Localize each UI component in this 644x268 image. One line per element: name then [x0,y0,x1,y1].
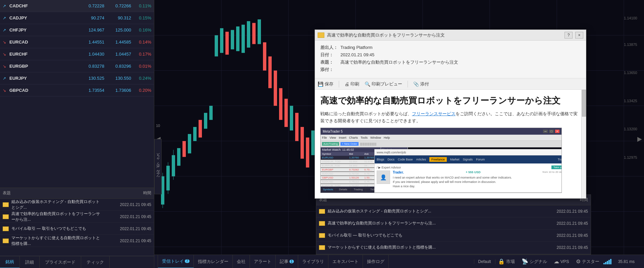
direction-arrow: ↘ [3,88,8,93]
mt5-minimize[interactable]: ─ [543,130,548,133]
direction-arrow: ↘ [3,52,8,57]
market-row[interactable]: ↗ CADCHF 0.72228 0.72266 0.11% [0,0,154,12]
take-part-btn[interactable]: Take part [551,165,562,169]
menu-charts[interactable]: Charts [349,136,358,139]
svg-rect-36 [258,19,261,44]
notif-chart-row[interactable]: モバイル取引 — 取引をいつでもどこでも 2022.01.21 09:45 [316,229,591,242]
mql5-market[interactable]: Market [450,158,460,161]
price-change: 0.01% [131,64,151,69]
status-tab-指標カレンダー[interactable]: 指標カレンダー [194,255,233,268]
email-scrollbar[interactable] [581,90,586,198]
new-order-btn[interactable]: + New Order [340,142,359,146]
inbox-row[interactable]: 高速で効率的な自動売買ロボットをフリーランサーから注... 2022.01.21… [0,211,154,223]
market-row[interactable]: ↗ CHFJPY 124.967 125.000 0.16% [0,24,154,36]
notif-chart-row[interactable]: 高速で効率的な自動売買ロボットをフリーランサーから注... 2022.01.21… [316,217,591,229]
svg-rect-37 [263,42,266,70]
market-row[interactable]: ↗ EURJPY 130.525 130.550 0.24% [0,72,154,84]
mql5-freelance[interactable]: Freelance [429,157,447,162]
mt5-maximize[interactable]: □ [549,130,553,133]
vps-icon: ☁ [554,258,559,265]
autotrade-btn[interactable]: AutoTrading [322,142,339,146]
attach-icon: 📎 [413,81,419,87]
mql5-codebase[interactable]: Code Base [398,158,413,161]
status-tab-ライブラリ[interactable]: ライブラリ [298,255,328,268]
svg-rect-43 [295,113,299,141]
print-btn[interactable]: 🖨 印刷 [344,81,359,87]
vps-item[interactable]: ☁ VPS [551,255,572,268]
symbol-name: CADCHF [9,3,77,8]
market-row[interactable]: ↘ GBPCAD 1.73554 1.73606 0.20% [0,84,154,96]
menu-view[interactable]: View [330,136,336,139]
mt5-embed: MetaTrader 5 ─ □ × File View Insert [320,128,562,193]
left-tab-ティック[interactable]: ティック [81,256,110,268]
market-row[interactable]: ↘ EURGBP 0.83278 0.83296 0.01% [0,60,154,72]
market-item[interactable]: 🔒 市場 [495,255,518,268]
main-container: ↗ CADCHF 0.72228 0.72266 0.11% ↗ CADJPY … [0,0,644,268]
email-scroll-thumb[interactable] [582,90,586,117]
svg-rect-34 [247,21,250,48]
symbols-tab[interactable]: Symbols [321,187,336,193]
toolbar-icons: ||||||||||||||||||||| [360,142,376,146]
menu-insert[interactable]: Insert [339,136,346,139]
status-tab-アラート[interactable]: アラート [250,255,276,268]
menu-help[interactable]: Help [384,136,390,139]
svg-rect-46 [311,130,315,155]
notif-chart-row[interactable]: マーケットからすぐに使える自動売買ロボットと指標を購... 2022.01.21… [316,242,591,254]
ask-price: 1.44585 [104,40,131,45]
status-tab-操作ログ[interactable]: 操作ログ [363,255,389,268]
mt5-close[interactable]: × [555,130,559,133]
mql5-docs[interactable]: Docs [388,158,395,161]
inbox-row[interactable]: 組み込みの仮装ホスティング - 自動売買ロボットとシグ... 2022.01.2… [0,199,154,211]
price-change: 0.24% [131,76,151,81]
dialog-close-btn[interactable]: × [575,32,583,39]
mql5-signals[interactable]: Signals [463,158,473,161]
notif-time: 2022.01.21 09:45 [101,226,151,231]
dialog-toolbar: 💾 保存 🖨 印刷 🔍 印刷プレビュー 📎 添付 [315,78,586,90]
direction-arrow: ↗ [3,28,8,32]
notif-time: 2022.01.21 09:45 [101,239,151,243]
status-tab-受信トレイ[interactable]: 受信トレイ7 [158,255,194,268]
menu-file[interactable]: File [322,136,327,139]
tester-item[interactable]: ⚙ テスター [573,255,602,268]
market-row[interactable]: ↗ CADJPY 90.274 90.312 0.15% [0,12,154,24]
inbox-row[interactable]: モバイル取引 — 取引をいつでもどこでも 2022.01.21 09:45 [0,223,154,235]
freelance-link[interactable]: フリーランスサービス [412,111,455,116]
bid-price: 0.83278 [77,64,104,69]
notif-chart-row[interactable]: 組み込みの仮装ホスティング - 自動売買ロボットとシグ... 2022.01.2… [316,205,591,217]
ask-price: 130.550 [104,76,131,81]
ask-price: 125.000 [104,27,131,32]
inbox-row[interactable]: マーケットからすぐに使える自動売買ロボットと指標を購... 2022.01.21… [0,235,154,247]
mql5-articles[interactable]: Articles [416,158,426,161]
tool-sidebar-label: ツールボックス [156,154,161,180]
ea-header: / ▶ Expert Advisor Take part [377,165,562,169]
details-tab[interactable]: Details [336,187,351,193]
mw-header: SymbolBidAsk [321,152,381,156]
market-row[interactable]: ↘ EURCHF 1.04430 1.04457 0.17% [0,48,154,60]
dialog-help-btn[interactable]: ? [565,32,573,39]
status-tab-会社[interactable]: 会社 [233,255,250,268]
tab-badge: 1 [289,260,294,263]
left-panel: ↗ CADCHF 0.72228 0.72266 0.11% ↗ CADJPY … [0,0,154,268]
left-tab-銘柄[interactable]: 銘柄 [0,256,20,268]
mql5-forum[interactable]: Forum [476,158,485,161]
save-btn[interactable]: 💾 保存 [318,81,333,87]
mql5-blogs[interactable]: Blogs [377,158,384,161]
status-tab-記事[interactable]: 記事1 [276,255,299,268]
svg-rect-22 [182,141,186,157]
market-watch-title: Market Watch: 11:45:02 [321,147,381,152]
left-tab-詳細[interactable]: 詳細 [20,256,40,268]
attach-btn[interactable]: 📎 添付 [413,81,429,87]
menu-window[interactable]: Window [370,136,381,139]
menu-tools[interactable]: Tools [361,136,368,139]
market-row[interactable]: ↘ EURCAD 1.44551 1.44585 0.14% [0,36,154,48]
svg-rect-32 [236,26,239,51]
left-tab-プライスボード[interactable]: プライスボード [40,256,81,268]
signal-item[interactable]: 📡 シグナル [519,255,550,268]
bar3 [607,261,608,264]
notif-icon [3,214,9,219]
status-tab-エキスパート[interactable]: エキスパート [328,255,363,268]
print-preview-btn[interactable]: 🔍 印刷プレビュー [365,81,402,87]
dialog-controls: ? × [565,32,583,39]
notif-chart-subject: マーケットからすぐに使える自動売買ロボットと指標を購... [328,245,538,250]
trading-tab[interactable]: Trading [351,187,366,193]
